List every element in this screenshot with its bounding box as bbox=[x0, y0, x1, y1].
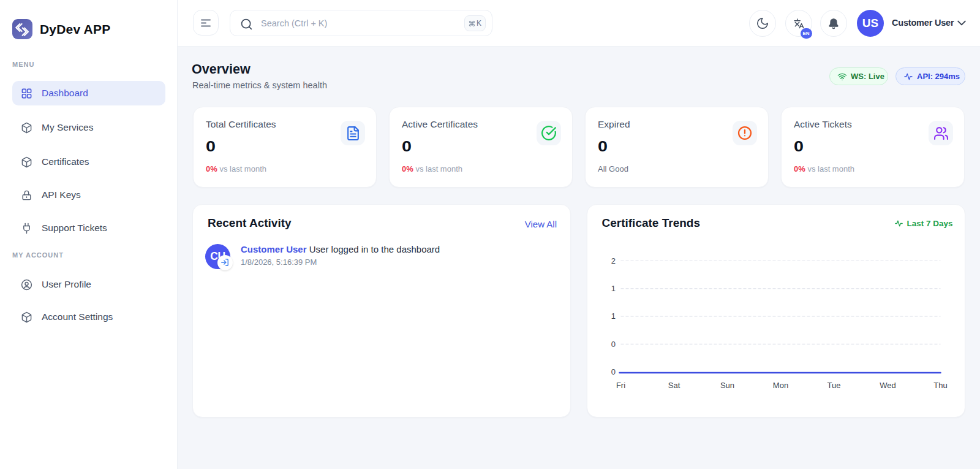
svg-text:Sat: Sat bbox=[668, 381, 680, 390]
svg-text:Wed: Wed bbox=[880, 381, 896, 390]
svg-text:0: 0 bbox=[611, 340, 615, 349]
svg-text:Fri: Fri bbox=[616, 381, 625, 390]
svg-text:0: 0 bbox=[611, 367, 615, 376]
svg-text:Mon: Mon bbox=[772, 381, 788, 390]
svg-text:Sun: Sun bbox=[720, 381, 734, 390]
svg-text:1: 1 bbox=[611, 311, 615, 321]
svg-text:Thu: Thu bbox=[933, 381, 947, 390]
svg-text:Tue: Tue bbox=[827, 381, 840, 390]
svg-text:1: 1 bbox=[611, 284, 615, 293]
svg-text:2: 2 bbox=[611, 256, 615, 265]
